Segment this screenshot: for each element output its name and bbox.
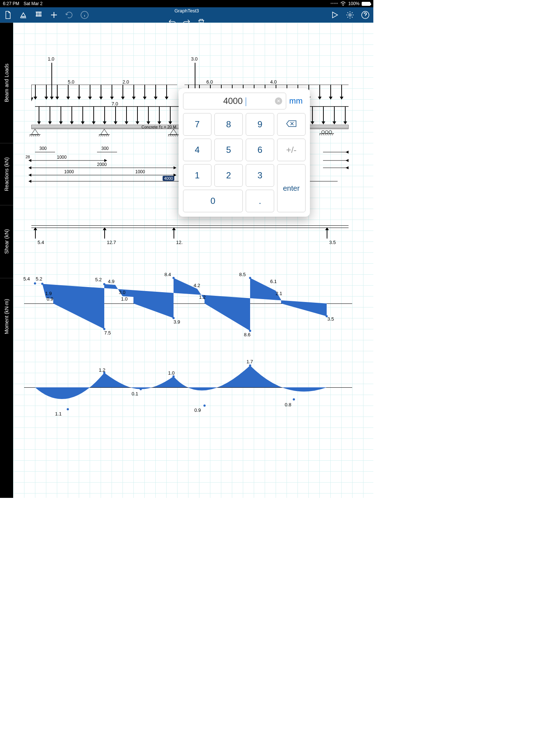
moment-val: 0.1: [132, 391, 138, 396]
status-time: 6:27 PM: [3, 1, 19, 6]
sidebar: Beam and LoadsReactions (kN)Shear (kN)Mo…: [0, 23, 13, 498]
shear-val: 3.0: [119, 290, 125, 295]
dist-arrow: [144, 85, 145, 99]
moment-val: 0.8: [285, 402, 291, 407]
key-0[interactable]: 0: [183, 190, 243, 212]
dist-load-label: 4.0: [270, 79, 277, 85]
dist-load-label: 6.0: [206, 79, 213, 85]
load-label: 3.0: [191, 56, 198, 62]
shear-val: 0.9: [47, 296, 53, 302]
numpad-input[interactable]: 4000 ✕: [183, 93, 286, 109]
support-pin[interactable]: [168, 129, 179, 140]
battery-icon: [362, 2, 370, 6]
key-enter[interactable]: enter: [277, 164, 306, 212]
svg-point-6: [329, 131, 332, 133]
dist-arrow: [148, 107, 149, 124]
moment-val: 0.9: [194, 407, 201, 413]
file-icon[interactable]: [4, 11, 12, 19]
key-4[interactable]: 4: [183, 139, 211, 161]
svg-marker-30: [346, 159, 349, 162]
key-7[interactable]: 7: [183, 113, 211, 136]
dist-arrow: [39, 107, 39, 124]
dist-arrow: [312, 107, 313, 124]
svg-point-43: [140, 388, 142, 390]
svg-marker-32: [35, 278, 327, 331]
rotate-icon[interactable]: [65, 11, 74, 19]
dist-arrow: [155, 85, 156, 99]
dist-arrow: [319, 85, 320, 99]
svg-marker-24: [28, 166, 31, 169]
shear-val: 6.1: [270, 279, 277, 284]
svg-point-47: [203, 405, 206, 407]
dist-arrow: [101, 85, 101, 99]
svg-point-38: [172, 277, 175, 279]
sidebar-tab[interactable]: Moment (kN·m): [0, 278, 13, 355]
numpad-value: 4000: [223, 96, 242, 106]
svg-point-33: [34, 282, 36, 285]
reaction: [104, 228, 105, 239]
plus-icon[interactable]: [50, 11, 58, 19]
svg-point-46: [67, 408, 69, 410]
dist-arrow: [133, 85, 134, 99]
key-6[interactable]: 6: [246, 139, 274, 161]
shear-val: 1.2: [199, 294, 206, 300]
dist-arrow: [57, 85, 58, 99]
svg-marker-23: [104, 159, 107, 162]
sidebar-tab[interactable]: Reactions (kN): [0, 143, 13, 205]
load-tool-icon[interactable]: [34, 11, 43, 19]
shear-val: 5.2: [36, 276, 42, 282]
reaction-val: 12.: [176, 240, 183, 245]
key-sign[interactable]: +/-: [277, 139, 306, 161]
clear-icon[interactable]: ✕: [275, 97, 282, 105]
numpad-unit: mm: [289, 96, 306, 106]
shear-val: 4.9: [108, 279, 114, 284]
support-roller[interactable]: [319, 129, 334, 140]
support-pin[interactable]: [99, 129, 110, 140]
dist-arrow: [323, 107, 324, 124]
key-9[interactable]: 9: [246, 113, 274, 136]
svg-point-34: [41, 283, 43, 285]
key-2[interactable]: 2: [214, 164, 243, 187]
info-icon[interactable]: [80, 11, 89, 19]
key-5[interactable]: 5: [214, 139, 243, 161]
gear-icon[interactable]: [346, 11, 354, 19]
status-date: Sat Mar 2: [24, 1, 43, 6]
support-tool-icon[interactable]: [19, 11, 28, 19]
key-1[interactable]: 1: [183, 164, 211, 187]
key-8[interactable]: 8: [214, 113, 243, 136]
dist-arrow: [82, 107, 83, 124]
dist-arrow: [35, 85, 36, 99]
svg-point-40: [249, 277, 251, 279]
shear-val: 4.2: [194, 283, 200, 288]
dist-arrow: [334, 107, 335, 124]
help-icon[interactable]: [361, 11, 370, 19]
dist-arrow: [79, 85, 79, 99]
support-pin[interactable]: [30, 129, 40, 140]
dist-arrow: [159, 107, 160, 124]
play-icon[interactable]: [330, 11, 339, 19]
wifi-icon: [340, 1, 346, 6]
reaction-val: 12.7: [107, 240, 116, 245]
key-dot[interactable]: .: [246, 190, 274, 212]
dist-arrow: [115, 107, 116, 124]
sidebar-tab[interactable]: Beam and Loads: [0, 23, 13, 143]
key-backspace[interactable]: [277, 113, 306, 136]
svg-marker-31: [346, 166, 349, 169]
svg-point-0: [343, 5, 344, 6]
reaction: [174, 228, 174, 239]
dist-arrow: [341, 85, 342, 99]
dist-arrow: [345, 107, 346, 124]
svg-point-48: [293, 398, 295, 400]
svg-marker-29: [346, 151, 349, 154]
shear-val: 7.5: [104, 330, 111, 336]
moment-val: 1.1: [55, 411, 62, 417]
dist-load-label: 2.0: [122, 79, 129, 85]
reaction: [327, 228, 327, 239]
moment-diagram: [24, 358, 352, 420]
dist-arrow: [50, 107, 50, 124]
sidebar-tab[interactable]: Shear (kN): [0, 205, 13, 278]
key-3[interactable]: 3: [246, 164, 274, 187]
svg-point-45: [249, 364, 251, 367]
dist-arrow: [46, 85, 47, 99]
svg-marker-25: [174, 166, 176, 169]
